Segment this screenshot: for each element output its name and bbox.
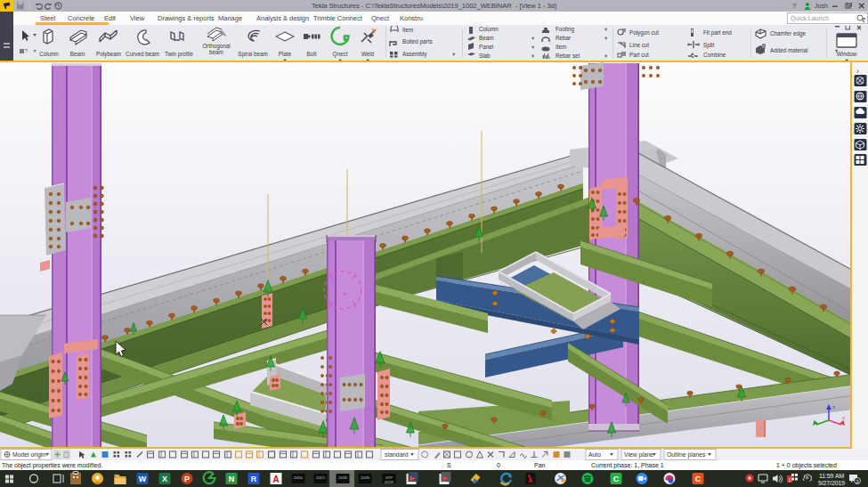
svg-text:P: P xyxy=(184,475,190,483)
svg-text:?: ? xyxy=(25,48,28,53)
svg-text:Auto: Auto xyxy=(588,451,601,458)
svg-text:Model origin: Model origin xyxy=(12,451,45,459)
svg-text:2018: 2018 xyxy=(338,475,347,480)
svg-text:x: x xyxy=(842,415,845,420)
svg-text:11:59 AM: 11:59 AM xyxy=(819,473,845,479)
svg-text:C: C xyxy=(695,475,702,483)
svg-text:C: C xyxy=(613,475,620,483)
svg-text:Outline planes: Outline planes xyxy=(667,451,706,459)
svg-text:2016i: 2016i xyxy=(294,475,303,480)
svg-text:2019!: 2019! xyxy=(385,480,393,484)
svg-text:R: R xyxy=(251,475,257,483)
svg-text:standard: standard xyxy=(385,451,409,458)
svg-text:2017i: 2017i xyxy=(316,475,325,480)
svg-text:N: N xyxy=(229,475,235,483)
svg-text:›: › xyxy=(856,67,859,76)
svg-text:W: W xyxy=(139,475,147,483)
svg-text:1: 1 xyxy=(788,477,791,483)
svg-text:View plane: View plane xyxy=(624,451,653,459)
svg-text:X: X xyxy=(162,475,167,483)
svg-text:2018i: 2018i xyxy=(361,475,369,480)
svg-text:z: z xyxy=(832,404,835,410)
svg-text:A: A xyxy=(272,475,279,484)
svg-text:9/27/2019: 9/27/2019 xyxy=(818,480,845,486)
